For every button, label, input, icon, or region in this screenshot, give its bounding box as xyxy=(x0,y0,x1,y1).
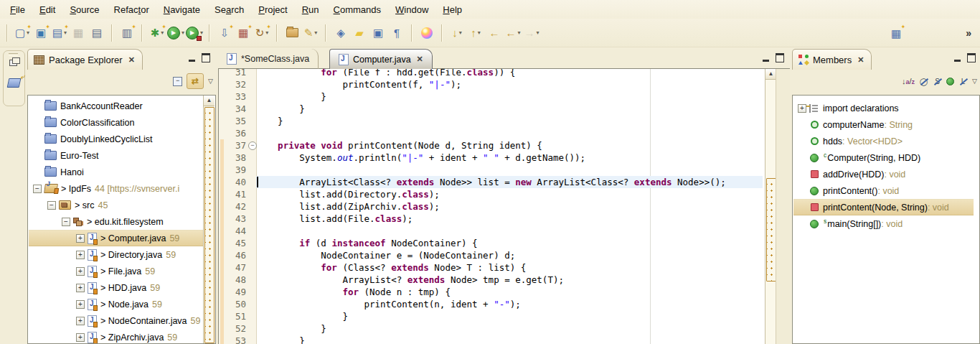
build-all-button[interactable]: ▥✦ xyxy=(118,24,136,42)
view-menu-button[interactable]: ▽ xyxy=(972,78,977,85)
last-edit-location-button[interactable]: ← xyxy=(486,24,503,42)
back-button[interactable]: ←▾ xyxy=(504,24,522,42)
open-element-button[interactable]: ◈ xyxy=(332,24,349,42)
link-with-editor-button[interactable]: ⇄ xyxy=(187,73,204,89)
expander-icon[interactable]: − xyxy=(62,218,70,226)
member-item-computername[interactable]: computerName : String xyxy=(793,116,974,133)
show-public-button[interactable] xyxy=(946,78,954,85)
import-wizard-button[interactable]: ⇩✦ xyxy=(216,24,233,42)
tree-scrollbar[interactable]: ▲ xyxy=(203,96,215,343)
view-menu-button[interactable]: ▽ xyxy=(208,78,213,85)
back-button-dropdown[interactable]: ▾ xyxy=(518,29,521,36)
expander-icon[interactable]: + xyxy=(76,300,85,309)
expander-icon[interactable]: + xyxy=(76,267,85,276)
new-junit-button[interactable]: ▦✦ xyxy=(235,24,252,42)
maximize-button[interactable] xyxy=(776,53,784,62)
new-project-button[interactable]: ▤✦▾ xyxy=(51,24,68,42)
new-wizard-button-dropdown[interactable]: ▾ xyxy=(27,29,29,36)
expander-icon[interactable]: + xyxy=(76,284,85,292)
expander-icon[interactable]: + xyxy=(798,104,806,113)
tab-computer[interactable]: Computer.java ✕ xyxy=(329,49,433,69)
hide-fields-button[interactable]: ◯ xyxy=(919,78,928,85)
package-explorer-tab[interactable]: Package Explorer ✕ xyxy=(27,49,143,70)
run-button[interactable]: ▶▾ xyxy=(167,24,184,42)
menu-source[interactable]: Source xyxy=(62,2,106,17)
close-icon[interactable]: ✕ xyxy=(128,55,135,65)
menu-refactor[interactable]: Refactor xyxy=(107,2,156,17)
open-type-button[interactable] xyxy=(283,24,301,42)
menu-window[interactable]: Window xyxy=(388,2,435,17)
tab-someclass[interactable]: *SomeClass.java xyxy=(218,49,319,69)
scroll-up-icon[interactable]: ▲ xyxy=(204,96,215,106)
run-button-dropdown[interactable]: ▾ xyxy=(182,29,184,36)
mark-occurrences-button[interactable]: ▰ xyxy=(351,24,368,42)
tree-item-nodecontainer-java[interactable]: +> NodeContainer.java59 xyxy=(29,312,204,329)
tree-item-file-java[interactable]: +> File.java59 xyxy=(29,263,204,279)
close-icon[interactable]: ✕ xyxy=(417,55,423,64)
collapse-all-button[interactable]: − xyxy=(173,77,182,86)
tree-item-euro-test[interactable]: Euro-Test xyxy=(29,147,204,164)
next-annotation-button[interactable]: ↓▾ xyxy=(448,24,466,42)
minimize-button[interactable] xyxy=(189,54,195,62)
expander-icon[interactable]: − xyxy=(47,201,56,210)
tree-item-colorclassification[interactable]: ColorClassification xyxy=(29,114,204,131)
tree-item-computer-java[interactable]: +> Computer.java59 xyxy=(29,230,204,246)
member-item-printcontent-[interactable]: printContent() : void xyxy=(793,182,974,199)
menu-navigate[interactable]: Navigate xyxy=(156,2,207,17)
prev-annotation-button[interactable]: ↑▾ xyxy=(467,24,484,42)
tree-item-hanoi[interactable]: Hanoi xyxy=(29,164,204,180)
web-browser-button[interactable] xyxy=(418,24,435,42)
expander-icon[interactable]: + xyxy=(76,234,85,243)
expander-icon[interactable]: + xyxy=(76,317,85,325)
search-button[interactable]: ✎▾ xyxy=(302,24,319,42)
member-item-import-declarations[interactable]: +import declarations xyxy=(793,100,974,116)
menu-commands[interactable]: Commands xyxy=(326,2,388,17)
member-item-main-string-[interactable]: smain(String[]) : void xyxy=(793,215,974,232)
toolbar-overflow-chevron[interactable]: » xyxy=(966,27,971,39)
show-source-button[interactable]: ▣ xyxy=(369,24,387,42)
expander-icon[interactable]: + xyxy=(76,333,85,342)
menu-project[interactable]: Project xyxy=(251,2,294,17)
tree-item-doublylinkedcycliclist[interactable]: DoublyLinkedCyclicList xyxy=(29,131,204,147)
next-annotation-button-dropdown[interactable]: ▾ xyxy=(459,29,462,36)
editor-scrollbar[interactable]: ▲ xyxy=(765,69,776,344)
sort-button[interactable]: ↓a/z xyxy=(902,77,915,85)
new-wizard-button[interactable]: ▢✦▾ xyxy=(14,24,31,42)
generate-button-dropdown[interactable]: ▾ xyxy=(265,29,268,36)
tree-item-ipdfs[interactable]: −> IpdFs44 [https://svnserver.i xyxy=(29,180,204,197)
scrollbar-thumb[interactable] xyxy=(204,107,215,343)
maximize-button[interactable] xyxy=(202,53,210,62)
expander-icon[interactable]: − xyxy=(33,185,42,193)
tree-item-ziparchiv-java[interactable]: +> ZipArchiv.java59 xyxy=(29,329,204,344)
menu-file[interactable]: File xyxy=(3,2,32,17)
tree-item-src[interactable]: −> src45 xyxy=(29,197,204,213)
scroll-up-icon[interactable]: ▲ xyxy=(765,69,776,80)
minimize-button[interactable] xyxy=(763,54,769,62)
new-class-button[interactable]: ▣✦ xyxy=(32,24,50,42)
expander-icon[interactable]: + xyxy=(76,251,85,259)
tree-item-bankaccountreader[interactable]: BankAccountReader xyxy=(29,98,204,114)
debug-button[interactable]: ✱✦▾ xyxy=(149,24,166,42)
external-tools-button[interactable]: ▶▾ xyxy=(186,24,203,42)
open-perspective-button[interactable]: ▦ ✦ xyxy=(887,24,905,42)
tree-item-hdd-java[interactable]: +> HDD.java59 xyxy=(29,279,204,296)
tray-drag-handle[interactable] xyxy=(9,53,18,56)
maximize-button[interactable] xyxy=(967,53,976,62)
forward-button-dropdown[interactable]: ▾ xyxy=(537,29,540,36)
new-project-button-dropdown[interactable]: ▾ xyxy=(64,29,67,36)
show-whitespace-button[interactable]: ¶ xyxy=(388,24,405,42)
search-button-dropdown[interactable]: ▾ xyxy=(314,29,317,36)
member-item-adddrive-hdd-[interactable]: addDrive(HDD) : void xyxy=(793,166,974,182)
scrollbar-thumb[interactable] xyxy=(766,178,776,282)
restore-view-icon[interactable] xyxy=(9,60,17,66)
minimize-button[interactable] xyxy=(954,54,961,62)
members-tab[interactable]: Members ✕ xyxy=(792,49,872,70)
close-icon[interactable]: ✕ xyxy=(857,55,864,65)
tree-item-edu-kit-filesystem[interactable]: −> edu.kit.filesystem xyxy=(29,213,204,230)
open-view-icon[interactable] xyxy=(7,78,22,88)
hide-static-button[interactable]: S xyxy=(933,78,942,85)
debug-button-dropdown[interactable]: ▾ xyxy=(161,29,164,36)
member-item-printcontent-node-string-[interactable]: printContent(Node, String) : void xyxy=(793,199,974,215)
generate-button[interactable]: ↻✦▾ xyxy=(253,24,270,42)
hide-local-types-button[interactable]: L xyxy=(958,78,968,85)
